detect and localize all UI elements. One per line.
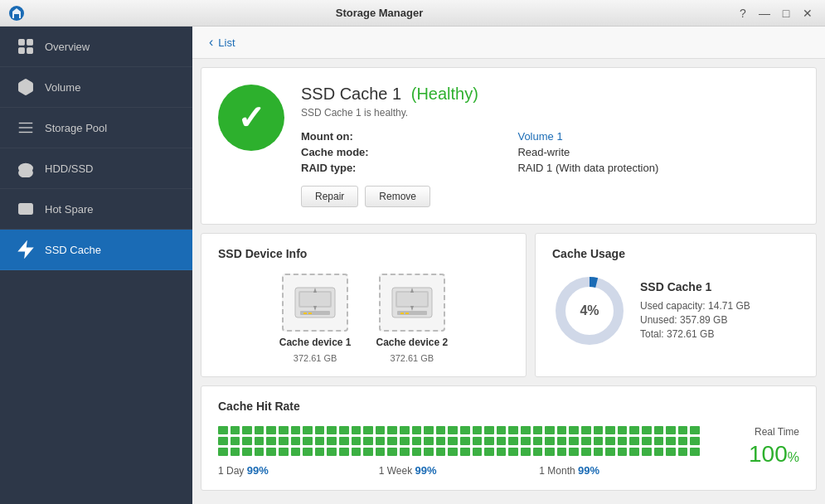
storage-pool-icon [17, 119, 35, 137]
svg-rect-5 [27, 48, 32, 53]
hit-rate-title: Cache Hit Rate [218, 400, 799, 413]
hit-bar [387, 437, 397, 445]
hit-bar [581, 437, 591, 445]
sidebar-item-volume[interactable]: Volume [0, 67, 192, 108]
svg-rect-22 [303, 313, 307, 314]
hit-bar [594, 448, 604, 456]
cache-title: SSD Cache 1 (Healthy) [301, 85, 799, 104]
sidebar-item-hot-spare[interactable]: Hot Spare [0, 189, 192, 230]
mount-value[interactable]: Volume 1 [517, 130, 799, 143]
hit-bar [533, 448, 543, 456]
hit-bar [497, 437, 507, 445]
hit-bar [315, 426, 325, 434]
hit-bar [231, 437, 240, 445]
cache-details: SSD Cache 1 (Healthy) SSD Cache 1 is hea… [301, 85, 799, 207]
hit-bar [412, 448, 422, 456]
hit-month-period: 1 Month [539, 465, 575, 477]
raid-type-label: RAID type: [301, 162, 509, 174]
hit-bar [231, 448, 240, 456]
hit-month-value: 99% [578, 464, 599, 477]
hit-bar [484, 437, 494, 445]
remove-button[interactable]: Remove [365, 186, 430, 207]
window-controls[interactable]: ? — □ ✕ [734, 4, 817, 22]
repair-button[interactable]: Repair [301, 186, 358, 207]
hit-bar [279, 437, 289, 445]
hit-bar [473, 437, 483, 445]
sidebar-item-overview[interactable]: Overview [0, 27, 192, 67]
cache-usage-title: Cache Usage [552, 247, 799, 260]
svg-rect-18 [300, 293, 330, 306]
sidebar-item-hdd-ssd[interactable]: HDD/SSD [0, 148, 192, 189]
cache-mode-label: Cache mode: [301, 146, 509, 158]
hit-bar [629, 437, 639, 445]
hit-bar [436, 448, 446, 456]
hit-bar [352, 448, 362, 456]
hit-bar [654, 426, 664, 434]
raid-type-value: RAID 1 (With data protection) [517, 162, 799, 174]
hit-bar [352, 426, 362, 434]
hit-bar [594, 437, 604, 445]
back-list-link[interactable]: List [218, 36, 235, 49]
hit-bar [327, 437, 337, 445]
hit-bar [545, 437, 555, 445]
hit-bar [218, 448, 228, 456]
hit-bar [557, 437, 567, 445]
hit-bar [266, 437, 276, 445]
hit-bar [376, 448, 386, 456]
hit-bar [218, 426, 228, 434]
hit-bar [448, 426, 458, 434]
health-status: (Healthy) [411, 85, 478, 103]
hit-bar [654, 437, 664, 445]
hit-bar [376, 437, 386, 445]
device-icons-row: Cache device 1 372.61 GB [218, 274, 509, 363]
hit-bar [521, 426, 531, 434]
hit-bar [642, 448, 652, 456]
ssd-cache-label: SSD Cache [45, 244, 101, 256]
sidebar-item-storage-pool[interactable]: Storage Pool [0, 108, 192, 148]
svg-marker-15 [19, 242, 33, 257]
hit-rate-bars-area: 1 Day 99% 1 Week 99% 1 Month 99% [218, 426, 700, 477]
device-card-1: Cache device 1 372.61 GB [279, 274, 352, 363]
svg-rect-23 [308, 313, 312, 314]
volume-label: Volume [45, 81, 80, 94]
cache-mode-value: Read-write [517, 146, 799, 158]
device-2-name: Cache device 2 [376, 337, 449, 348]
minimize-button[interactable]: — [755, 4, 774, 22]
svg-rect-31 [405, 313, 409, 314]
window-title: Storage Manager [25, 7, 734, 19]
cache-info-grid: Mount on: Volume 1 Cache mode: Read-writ… [301, 130, 799, 174]
hit-bar [508, 437, 518, 445]
donut-chart: 4% [552, 274, 627, 348]
hit-bar [327, 426, 337, 434]
device-1-name: Cache device 1 [279, 337, 352, 348]
hit-stats-row: 1 Day 99% 1 Week 99% 1 Month 99% [218, 464, 700, 477]
close-button[interactable]: ✕ [798, 4, 817, 22]
hit-bar [412, 426, 422, 434]
hit-bar [654, 448, 664, 456]
ssd-cache-icon [17, 240, 35, 259]
cache-usage-panel: Cache Usage 4% SSD Cache 1 Used capacity… [535, 233, 817, 377]
hit-bar [497, 426, 507, 434]
hit-bar [569, 437, 579, 445]
hit-bar [363, 448, 373, 456]
hit-bar [448, 448, 458, 456]
hit-bar [618, 448, 628, 456]
hot-spare-icon [17, 200, 35, 218]
sidebar-item-ssd-cache[interactable]: SSD Cache [0, 230, 192, 270]
svg-rect-26 [397, 293, 427, 306]
device-icon-box-2 [379, 274, 445, 332]
mount-label: Mount on: [301, 130, 509, 143]
hit-bar [387, 426, 397, 434]
hit-bar [666, 448, 676, 456]
hit-bar [678, 426, 688, 434]
maximize-button[interactable]: □ [777, 4, 795, 22]
help-button[interactable]: ? [734, 4, 752, 22]
hit-bar [545, 448, 555, 456]
device-card-2: Cache device 2 372.61 GB [376, 274, 449, 363]
svg-rect-30 [400, 313, 404, 314]
donut-label: 4% [580, 303, 599, 318]
hit-bar [242, 448, 252, 456]
action-buttons: Repair Remove [301, 186, 799, 207]
svg-rect-3 [27, 40, 32, 45]
hit-bar [255, 437, 264, 445]
